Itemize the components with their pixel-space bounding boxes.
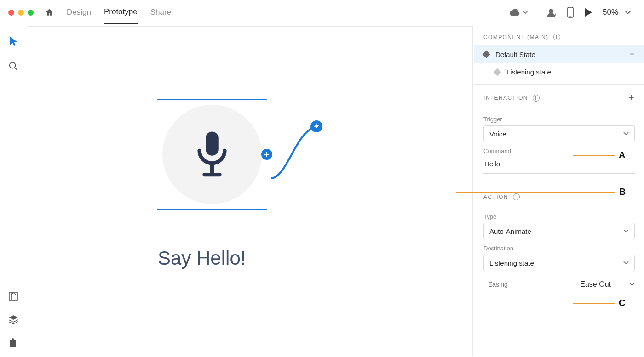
window-minimize-icon[interactable] <box>18 10 24 16</box>
left-tool-rail <box>0 25 27 357</box>
window-close-icon[interactable] <box>8 10 14 16</box>
state-listening[interactable]: Listening state <box>474 63 644 80</box>
callout-line-c <box>573 303 615 304</box>
svg-rect-6 <box>206 132 218 156</box>
play-icon[interactable] <box>584 8 592 17</box>
interaction-header-label: INTERACTION <box>483 95 528 101</box>
window-traffic-lights <box>8 10 34 16</box>
tab-prototype[interactable]: Prototype <box>104 7 138 24</box>
cloud-sync-menu[interactable] <box>510 9 528 16</box>
main-state-icon <box>483 51 490 58</box>
canvas[interactable]: Say Hello! <box>28 26 473 356</box>
cloud-icon <box>510 9 520 16</box>
action-section-header: ACTION i <box>474 185 644 205</box>
top-toolbar: Design Prototype Share + 50% <box>0 0 644 25</box>
main-area: Say Hello! COMPONENT (MAIN) i Default St… <box>0 25 644 357</box>
component-section-header: COMPONENT (MAIN) i <box>474 25 644 45</box>
device-preview-icon[interactable] <box>567 7 574 18</box>
callout-letter-a: A <box>619 150 625 160</box>
chevron-down-icon <box>623 229 629 233</box>
selected-component-frame[interactable] <box>157 99 267 210</box>
secondary-state-icon <box>494 68 501 76</box>
chevron-down-icon <box>625 11 631 15</box>
interaction-section-header: INTERACTION i + <box>474 85 644 108</box>
plus-icon <box>264 152 270 157</box>
lightning-icon <box>314 123 319 130</box>
type-select[interactable]: Auto-Animate <box>483 223 635 239</box>
search-icon[interactable] <box>8 61 18 71</box>
mic-button-element[interactable] <box>162 105 262 204</box>
type-value: Auto-Animate <box>489 227 531 235</box>
chevron-down-icon <box>623 132 629 136</box>
svg-rect-3 <box>569 16 571 17</box>
trigger-select[interactable]: Voice <box>483 125 635 142</box>
callout-letter-b: B <box>619 187 626 197</box>
select-tool-icon[interactable] <box>9 36 17 46</box>
wire-add-handle[interactable] <box>261 149 272 160</box>
info-icon[interactable]: i <box>513 193 520 200</box>
canvas-text-element[interactable]: Say Hello! <box>158 247 246 269</box>
tab-design[interactable]: Design <box>67 8 91 23</box>
action-header-label: ACTION <box>483 194 508 200</box>
wire-end-action-badge[interactable] <box>310 120 322 132</box>
add-interaction-button[interactable]: + <box>628 93 635 103</box>
info-icon[interactable]: i <box>533 95 540 102</box>
chevron-down-icon <box>629 283 635 286</box>
invite-user-icon[interactable]: + <box>546 7 557 17</box>
trigger-value: Voice <box>489 130 506 138</box>
destination-label: Destination <box>483 245 635 252</box>
top-right-controls: + 50% <box>546 7 631 18</box>
zoom-value: 50% <box>603 8 618 17</box>
tab-share[interactable]: Share <box>150 8 171 23</box>
state-label: Default State <box>495 51 535 58</box>
svg-point-0 <box>549 9 553 13</box>
component-header-label: COMPONENT (MAIN) <box>483 34 549 40</box>
libraries-icon[interactable] <box>9 292 18 301</box>
command-input[interactable] <box>483 157 635 174</box>
chevron-down-icon <box>623 261 629 265</box>
state-default[interactable]: Default State + <box>474 45 644 63</box>
easing-label: Easing <box>488 281 508 288</box>
svg-text:+: + <box>554 12 557 17</box>
easing-select[interactable]: Ease Out <box>580 280 635 289</box>
chevron-down-icon <box>523 11 528 14</box>
info-icon[interactable]: i <box>553 34 560 40</box>
layers-icon[interactable] <box>8 315 18 324</box>
window-zoom-icon[interactable] <box>28 10 34 16</box>
microphone-icon <box>193 129 231 180</box>
callout-line-a <box>573 155 615 156</box>
easing-value: Ease Out <box>580 280 611 289</box>
add-state-button[interactable]: + <box>629 50 635 59</box>
command-label: Command <box>483 147 635 154</box>
home-icon[interactable] <box>45 8 54 17</box>
destination-select[interactable]: Listening state <box>483 255 635 271</box>
callout-line-b <box>456 192 615 193</box>
plugins-icon[interactable] <box>9 338 18 347</box>
destination-value: Listening state <box>489 259 534 267</box>
zoom-control[interactable]: 50% <box>603 8 631 17</box>
state-label: Listening state <box>506 68 551 76</box>
mode-tabs: Design Prototype Share <box>67 1 171 24</box>
svg-rect-5 <box>9 292 17 300</box>
type-label: Type <box>483 213 635 220</box>
trigger-label: Trigger <box>483 116 635 123</box>
callout-letter-c: C <box>619 298 625 308</box>
svg-point-4 <box>10 62 16 68</box>
